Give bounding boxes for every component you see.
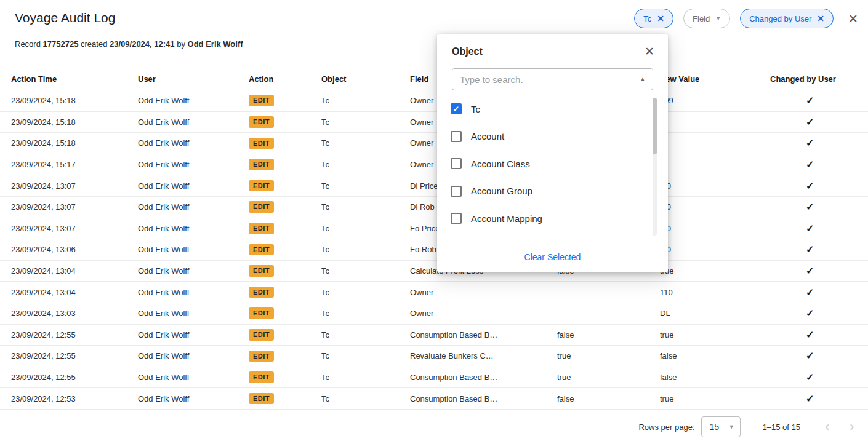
checkbox-unchecked-icon[interactable] (451, 131, 462, 142)
checkbox-unchecked-icon[interactable] (451, 213, 462, 224)
cell-changed-by-user: ✓ (770, 180, 868, 192)
cell-new-value: DL (660, 309, 770, 318)
cell-user: Odd Erik Wolff (138, 394, 249, 403)
cell-changed-by-user: ✓ (770, 307, 868, 319)
cell-new-value: true (660, 330, 770, 339)
pagination-bar: Rows per page: 15 ▼ 1–15 of 15 ‹ › (638, 416, 864, 437)
cell-action: EDIT (249, 180, 321, 192)
table-row: 23/09/2024, 15:18Odd Erik WolffEDITTcOwn… (0, 90, 868, 112)
table-row: 23/09/2024, 13:07Odd Erik WolffEDITTcDl … (0, 175, 868, 197)
cell-new-value: true (660, 394, 770, 403)
cell-user: Odd Erik Wolff (138, 351, 249, 360)
cell-user: Odd Erik Wolff (138, 117, 249, 127)
dropdown-option-account[interactable]: Account (437, 123, 649, 151)
cell-new-value: 0.0 (660, 245, 770, 254)
table-row: 23/09/2024, 15:18Odd Erik WolffEDITTcOwn… (0, 112, 868, 133)
edit-action-badge: EDIT (249, 287, 274, 298)
dropdown-search: ▲ (452, 68, 653, 90)
cell-old-value: true (557, 351, 660, 360)
dropdown-option-account-class[interactable]: Account Class (437, 150, 649, 178)
cell-changed-by-user: ✓ (770, 95, 868, 106)
edit-action-badge: EDIT (249, 371, 274, 383)
chevron-up-icon[interactable]: ▲ (640, 76, 653, 82)
check-icon: ✓ (806, 159, 814, 170)
rows-per-page-select[interactable]: 15 ▼ (701, 416, 741, 437)
cell-object: Tc (321, 288, 410, 297)
checkbox-unchecked-icon[interactable] (451, 186, 462, 197)
record-created-word: created (81, 39, 107, 49)
cell-object: Tc (321, 181, 410, 191)
table-row: 23/09/2024, 12:55Odd Erik WolffEDITTcCon… (0, 325, 868, 346)
table-body: 23/09/2024, 15:18Odd Erik WolffEDITTcOwn… (0, 90, 868, 410)
cell-object: Tc (321, 309, 410, 318)
filter-chip-field[interactable]: Field ▼ (683, 9, 730, 28)
dropdown-option-account-mapping[interactable]: Account Mapping (437, 205, 649, 232)
search-input[interactable] (452, 74, 640, 85)
clear-selected-button[interactable]: Clear Selected (437, 252, 668, 262)
dropdown-option-tc[interactable]: ✓Tc (437, 95, 649, 123)
table-row: 23/09/2024, 15:17Odd Erik WolffEDITTcOwn… (0, 154, 868, 176)
column-header-new-value: New Value (660, 74, 770, 84)
cell-field: Consumption Based B… (410, 330, 557, 339)
dropdown-option-label: Account Group (471, 186, 532, 196)
remove-filter-icon[interactable]: ✕ (817, 14, 824, 23)
cell-action: EDIT (249, 287, 321, 298)
cell-changed-by-user: ✓ (770, 137, 868, 149)
filter-bar: Tc ✕ Field ▼ Changed by User ✕ ✕ (634, 9, 858, 28)
cell-field: Consumption Based B… (410, 394, 557, 403)
cell-action-time: 23/09/2024, 13:03 (11, 309, 138, 318)
cell-object: Tc (321, 351, 410, 360)
cell-object: Tc (321, 224, 410, 233)
check-icon: ✓ (806, 308, 814, 319)
table-row: 23/09/2024, 13:04Odd Erik WolffEDITTcCal… (0, 261, 868, 282)
cell-action-time: 23/09/2024, 15:18 (11, 117, 138, 127)
edit-action-badge: EDIT (249, 265, 274, 277)
edit-action-badge: EDIT (249, 223, 274, 234)
cell-new-value: 5.0 (660, 224, 770, 233)
filter-chip-tc[interactable]: Tc ✕ (634, 9, 673, 28)
check-icon: ✓ (806, 95, 814, 106)
checkbox-checked-icon[interactable]: ✓ (451, 103, 462, 114)
previous-page-button[interactable]: ‹ (815, 420, 840, 434)
cell-changed-by-user: ✓ (770, 116, 868, 128)
check-icon: ✓ (806, 223, 814, 234)
cell-changed-by-user: ✓ (770, 265, 868, 277)
cell-changed-by-user: ✓ (770, 350, 868, 362)
check-icon: ✓ (806, 330, 814, 340)
filter-chip-changed-by-user[interactable]: Changed by User ✕ (740, 9, 834, 28)
cell-field: Consumption Based B… (410, 373, 557, 382)
close-icon[interactable]: ✕ (645, 44, 654, 58)
scrollbar-track (653, 98, 657, 236)
cell-object: Tc (321, 266, 410, 276)
cell-action-time: 23/09/2024, 12:53 (11, 394, 138, 403)
table-row: 23/09/2024, 12:55Odd Erik WolffEDITTcCon… (0, 367, 868, 389)
check-icon: ✓ (806, 394, 814, 404)
close-icon[interactable]: ✕ (848, 12, 858, 26)
chevron-down-icon: ▼ (729, 424, 734, 430)
cell-changed-by-user: ✓ (770, 201, 868, 213)
cell-action: EDIT (249, 159, 321, 170)
checkbox-unchecked-icon[interactable] (451, 158, 462, 169)
table-header-row: Action TimeUserActionObjectFieldOld Valu… (0, 68, 868, 90)
cell-changed-by-user: ✓ (770, 371, 868, 383)
scrollbar-thumb[interactable] (653, 98, 657, 154)
cell-object: Tc (321, 96, 410, 105)
audit-log-table: Action TimeUserActionObjectFieldOld Valu… (0, 68, 868, 410)
next-page-button[interactable]: › (840, 420, 864, 434)
cell-user: Odd Erik Wolff (138, 288, 249, 297)
edit-action-badge: EDIT (249, 201, 274, 213)
dropdown-option-label: Tc (471, 104, 480, 114)
remove-filter-icon[interactable]: ✕ (657, 14, 664, 23)
cell-field: Revaluate Bunkers C… (410, 351, 557, 360)
cell-action: EDIT (249, 371, 321, 383)
cell-new-value: false (660, 373, 770, 382)
cell-action: EDIT (249, 265, 321, 277)
cell-user: Odd Erik Wolff (138, 202, 249, 212)
cell-action-time: 23/09/2024, 12:55 (11, 330, 138, 339)
cell-object: Tc (321, 394, 410, 403)
dropdown-option-label: Account Class (471, 159, 530, 169)
dropdown-option-label: Account Mapping (471, 213, 542, 224)
edit-action-badge: EDIT (249, 95, 274, 106)
dropdown-option-account-group[interactable]: Account Group (437, 178, 649, 205)
cell-object: Tc (321, 330, 410, 339)
